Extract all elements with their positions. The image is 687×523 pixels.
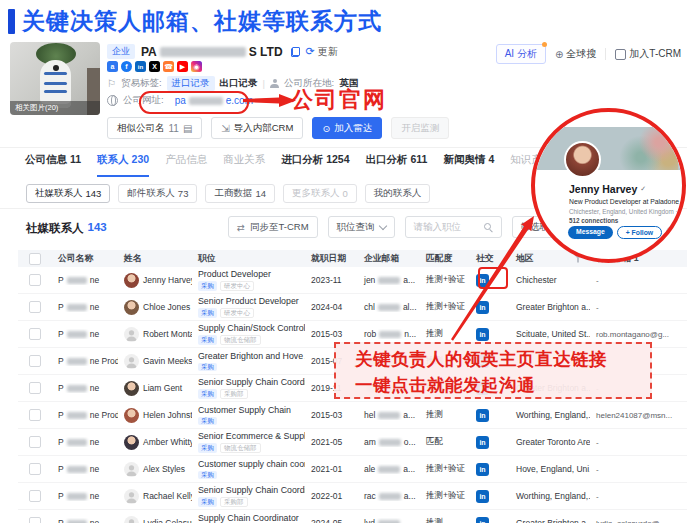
- tab-4[interactable]: 商业关系: [223, 153, 265, 175]
- avatar: [124, 327, 139, 342]
- ai-analysis-button[interactable]: AI 分析: [496, 44, 546, 64]
- youtube-icon[interactable]: ▶: [177, 61, 188, 72]
- hire-date-cell: 2021-05: [305, 437, 358, 447]
- linkedin-icon[interactable]: in: [476, 436, 489, 449]
- phone-icon[interactable]: ☎: [163, 61, 174, 72]
- pill-1[interactable]: 社媒联系人143: [26, 184, 110, 203]
- extra-email-cell: -: [590, 492, 687, 501]
- contact-name[interactable]: Rachael Kelly: [143, 491, 192, 501]
- contact-name[interactable]: Helen Johnstone: [143, 410, 192, 420]
- linkedin-icon[interactable]: in: [135, 61, 146, 72]
- tab-3[interactable]: 产品信息: [165, 153, 207, 175]
- avatar: [124, 435, 139, 450]
- hire-date-cell: 2015-03: [305, 329, 358, 339]
- row-checkbox[interactable]: [29, 274, 41, 286]
- similar-company-button[interactable]: 相似公司名 11 ▤: [107, 117, 202, 139]
- redacted-text: [67, 277, 87, 284]
- join-tcrm-button[interactable]: 加入T-CRM: [615, 47, 681, 61]
- tab-6[interactable]: 出口分析611: [366, 153, 428, 175]
- position-cell: Senior Product Developer采购研发中心: [192, 296, 305, 317]
- company-cell: Pne: [52, 491, 118, 501]
- row-checkbox[interactable]: [29, 409, 41, 421]
- contact-name[interactable]: Chloe Jones: [143, 302, 190, 312]
- tab-7[interactable]: 新闻舆情4: [443, 153, 494, 175]
- chevron-down-icon: [378, 222, 386, 230]
- row-checkbox[interactable]: [29, 463, 41, 475]
- avatar: [124, 273, 139, 288]
- row-checkbox[interactable]: [29, 490, 41, 502]
- position-cell: Customer Supply Chain采购: [192, 405, 305, 425]
- sync-icon: ⇄: [237, 222, 245, 233]
- name-cell: Jenny Harvey: [118, 273, 192, 288]
- row-checkbox[interactable]: [29, 355, 41, 367]
- copy-icon[interactable]: [291, 47, 300, 57]
- linkedin-icon[interactable]: in: [476, 328, 489, 341]
- instagram-icon[interactable]: ◉: [191, 61, 202, 72]
- match-cell: 推测: [420, 517, 470, 523]
- company-cell: Pne: [52, 329, 118, 339]
- row-checkbox[interactable]: [29, 328, 41, 340]
- row-checkbox[interactable]: [29, 301, 41, 313]
- hire-date-cell: 2022-01: [305, 491, 358, 501]
- position-dropdown[interactable]: 职位查询: [328, 216, 395, 238]
- match-cell: 推测: [420, 328, 470, 340]
- enterprise-badge: 企业: [107, 44, 135, 59]
- linkedin-icon[interactable]: in: [476, 301, 489, 314]
- refresh-button[interactable]: ⟳ 更新: [306, 45, 338, 59]
- linkedin-icon[interactable]: in: [476, 409, 489, 422]
- dept-tag: 研发中心: [220, 281, 254, 290]
- email-cell: amo...: [358, 437, 420, 447]
- message-button[interactable]: Message: [568, 226, 613, 239]
- refresh-icon: ⟳: [306, 45, 315, 58]
- divider: |: [263, 78, 265, 89]
- contact-name[interactable]: Liam Gent: [143, 383, 182, 393]
- contact-name[interactable]: Lydia Colasurdo: [143, 518, 192, 523]
- pill-5[interactable]: 我的联系人: [365, 184, 431, 203]
- social-icon-row: afinX☎▶◉: [107, 61, 202, 72]
- redacted-text: [67, 358, 87, 365]
- table-row: PneRachael KellySenior Supply Chain Coor…: [18, 483, 687, 510]
- select-all-checkbox[interactable]: [29, 253, 41, 265]
- company-photo[interactable]: 相关图片(20): [10, 42, 100, 115]
- contact-name[interactable]: Alex Styles: [143, 464, 185, 474]
- global-search-button[interactable]: ⊕ 全球搜: [555, 47, 596, 61]
- pill-4[interactable]: 更多联系人0: [283, 184, 357, 203]
- region-cell: Worthing, England,...: [510, 410, 590, 420]
- export-record-tag[interactable]: 出口记录: [220, 77, 258, 90]
- sync-tcrm-button[interactable]: ⇄ 同步至T-CRM: [228, 216, 318, 238]
- social-cell: in: [470, 436, 510, 449]
- contact-name[interactable]: Jenny Harvey: [143, 275, 192, 285]
- start-monitor-button[interactable]: 开启监测: [391, 117, 449, 139]
- row-checkbox[interactable]: [29, 382, 41, 394]
- linkedin-icon[interactable]: in: [476, 463, 489, 476]
- tab-1[interactable]: 公司信息11: [25, 153, 81, 175]
- linkedin-icon[interactable]: in: [476, 517, 489, 523]
- more-button[interactable]: More: [666, 226, 686, 239]
- import-crm-button[interactable]: ⇲ 导入内部CRM: [211, 117, 303, 139]
- x-twitter-icon[interactable]: X: [149, 61, 160, 72]
- row-checkbox[interactable]: [29, 436, 41, 448]
- pill-2[interactable]: 邮件联系人73: [118, 184, 197, 203]
- import-record-tag[interactable]: 进口记录: [167, 76, 215, 91]
- linkedin-icon[interactable]: in: [476, 490, 489, 503]
- social-cell: in: [470, 463, 510, 476]
- social-cell: in: [470, 328, 510, 341]
- pill-3[interactable]: 工商数据14: [205, 184, 275, 203]
- contact-name[interactable]: Amber Whitty: [143, 437, 192, 447]
- contact-name[interactable]: Gavin Meeks: [143, 356, 192, 366]
- tab-5[interactable]: 进口分析1254: [281, 153, 349, 175]
- position-search-input[interactable]: 请输入职位: [405, 216, 502, 238]
- amazon-icon[interactable]: a: [107, 61, 118, 72]
- company-cell: Pne: [52, 275, 118, 285]
- facebook-icon[interactable]: f: [121, 61, 132, 72]
- hire-date-cell: 2024-04: [305, 302, 358, 312]
- search-icon[interactable]: [484, 223, 493, 232]
- contact-name[interactable]: Robert Monta...: [143, 329, 192, 339]
- join-radar-button[interactable]: ⊙ 加入雷达: [312, 117, 382, 139]
- follow-button[interactable]: + Follow: [617, 226, 662, 239]
- row-checkbox[interactable]: [29, 517, 41, 523]
- tab-2[interactable]: 联系人230: [97, 153, 149, 177]
- contact-info-link[interactable]: Contact info: [679, 208, 686, 215]
- match-cell: 匹配: [420, 436, 470, 448]
- social-cell: in: [470, 517, 510, 523]
